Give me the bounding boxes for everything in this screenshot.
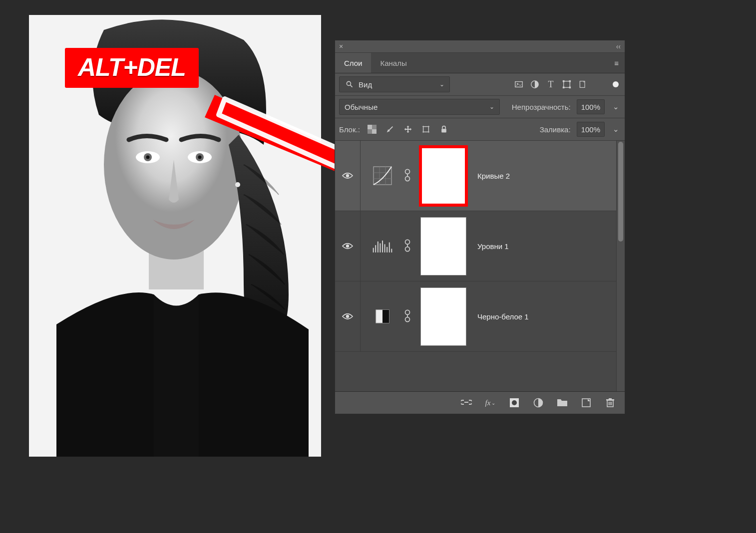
filter-pixel-icon[interactable]	[514, 79, 524, 89]
svg-rect-26	[423, 127, 428, 132]
add-mask-icon[interactable]	[509, 397, 520, 408]
filter-adjust-icon[interactable]	[530, 79, 540, 89]
close-icon[interactable]: ×	[339, 42, 343, 50]
visibility-toggle[interactable]	[342, 242, 353, 250]
tab-layers[interactable]: Слои	[335, 53, 371, 73]
svg-point-54	[346, 315, 349, 318]
lock-transparent-icon[interactable]	[367, 124, 377, 134]
svg-rect-18	[569, 80, 571, 82]
shortcut-text: ALT+DEL	[78, 53, 186, 81]
blend-mode-dropdown[interactable]: Обычные ⌄	[339, 99, 500, 115]
link-layers-icon[interactable]	[461, 397, 472, 408]
blend-row: Обычные ⌄ Непрозрачность: 100% ⌄	[335, 96, 625, 118]
new-group-icon[interactable]	[557, 397, 568, 408]
levels-icon[interactable]	[371, 236, 394, 256]
new-layer-icon[interactable]	[581, 397, 592, 408]
visibility-toggle[interactable]	[342, 172, 353, 180]
visibility-toggle[interactable]	[342, 312, 353, 320]
panel-tabs: Слои Каналы ≡	[335, 53, 625, 73]
tab-channels[interactable]: Каналы	[371, 53, 415, 73]
chevron-down-icon: ⌄	[439, 81, 444, 88]
layer-mask-thumbnail[interactable]	[420, 147, 466, 205]
opacity-input[interactable]: 100%	[577, 99, 605, 114]
svg-point-41	[346, 245, 349, 248]
fill-value: 100%	[581, 125, 600, 134]
chevron-down-icon[interactable]: ⌄	[611, 124, 621, 134]
layer-name[interactable]: Кривые 2	[477, 172, 510, 180]
shortcut-callout: ALT+DEL	[65, 48, 199, 88]
filter-type-icon[interactable]: T	[546, 79, 556, 89]
layer-name[interactable]: Черно-белое 1	[477, 312, 529, 321]
fill-input[interactable]: 100%	[577, 122, 605, 137]
svg-rect-17	[563, 80, 565, 82]
new-adjustment-icon[interactable]	[533, 397, 544, 408]
layer-row[interactable]: Кривые 2	[335, 141, 616, 211]
mask-link-icon[interactable]	[403, 168, 412, 183]
svg-point-57	[405, 310, 410, 314]
scrollbar-thumb[interactable]	[618, 142, 623, 242]
svg-rect-19	[563, 87, 565, 89]
svg-rect-16	[564, 81, 570, 88]
layer-list[interactable]: Кривые 2 Уровни 1 Черно-белое 1	[335, 141, 616, 391]
opacity-value: 100%	[581, 103, 600, 111]
filter-toggle[interactable]	[611, 79, 621, 89]
layer-style-icon[interactable]: fx⌄	[485, 397, 496, 408]
svg-rect-24	[372, 129, 377, 134]
layer-name[interactable]: Уровни 1	[477, 242, 509, 251]
mask-link-icon[interactable]	[403, 309, 412, 324]
svg-rect-68	[606, 399, 614, 401]
svg-point-39	[405, 177, 410, 181]
collapse-icon[interactable]: ‹‹	[616, 42, 621, 50]
svg-line-25	[389, 127, 392, 130]
lock-row: Блок.: Заливка: 100% ⌄	[335, 118, 625, 141]
layer-mask-thumbnail[interactable]	[420, 287, 466, 346]
lock-label: Блок.:	[339, 125, 360, 134]
chevron-down-icon: ⌄	[489, 103, 494, 110]
lock-paint-icon[interactable]	[385, 124, 395, 134]
mask-link-icon[interactable]	[403, 239, 412, 254]
panel-titlebar: × ‹‹	[335, 40, 625, 53]
chevron-down-icon[interactable]: ⌄	[611, 102, 621, 112]
filter-shape-icon[interactable]	[562, 79, 572, 89]
blend-mode-value: Обычные	[345, 103, 378, 111]
svg-rect-63	[582, 399, 590, 407]
svg-rect-33	[374, 167, 391, 185]
svg-line-12	[351, 85, 353, 87]
svg-rect-20	[569, 87, 571, 89]
svg-point-52	[405, 247, 410, 252]
svg-point-58	[405, 317, 410, 322]
delete-layer-icon[interactable]	[605, 397, 616, 408]
curves-icon[interactable]	[371, 166, 394, 186]
lock-artboard-icon[interactable]	[421, 124, 431, 134]
svg-point-51	[405, 240, 410, 244]
panel-menu-icon[interactable]: ≡	[608, 59, 625, 67]
bw-icon[interactable]	[371, 306, 394, 326]
layer-mask-thumbnail[interactable]	[420, 217, 466, 275]
svg-point-11	[347, 81, 351, 85]
layers-panel: × ‹‹ Слои Каналы ≡ Вид ⌄ T	[335, 40, 625, 414]
svg-rect-56	[382, 310, 389, 323]
svg-point-8	[198, 156, 202, 159]
layer-panel-footer: fx⌄	[335, 391, 625, 414]
layer-row[interactable]: Черно-белое 1	[335, 281, 616, 352]
filter-smart-icon[interactable]	[578, 79, 588, 89]
svg-rect-31	[441, 129, 446, 132]
search-icon	[345, 79, 355, 89]
opacity-label: Непрозрачность:	[512, 103, 571, 111]
svg-point-38	[405, 169, 410, 174]
svg-point-10	[235, 182, 240, 187]
layer-list-container: Кривые 2 Уровни 1 Черно-белое 1	[335, 141, 625, 391]
svg-point-61	[512, 400, 517, 405]
svg-point-32	[346, 174, 349, 177]
lock-move-icon[interactable]	[403, 124, 413, 134]
filter-type-dropdown[interactable]: Вид ⌄	[339, 76, 450, 92]
layer-row[interactable]: Уровни 1	[335, 211, 616, 281]
svg-point-5	[146, 156, 150, 159]
lock-all-icon[interactable]	[439, 124, 449, 134]
filter-type-label: Вид	[359, 80, 372, 89]
svg-rect-69	[609, 398, 612, 399]
layer-filter-row: Вид ⌄ T	[335, 73, 625, 96]
fill-label: Заливка:	[540, 125, 571, 134]
layers-scrollbar[interactable]	[616, 141, 625, 391]
svg-rect-23	[368, 125, 372, 129]
